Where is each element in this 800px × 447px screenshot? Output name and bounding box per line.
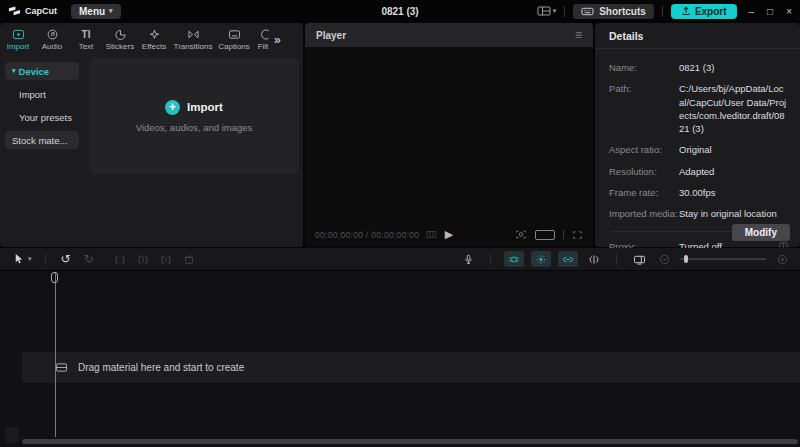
detail-value: Stay in original location (679, 207, 788, 220)
import-button[interactable]: + Import (165, 100, 223, 115)
detail-row-name: Name: 0821 (3) (609, 61, 788, 74)
app-name: CapCut (25, 6, 57, 16)
tab-audio[interactable]: Audio (35, 29, 69, 51)
capcut-window: CapCut Menu ▾ 0821 (3) ▾ Shortcuts (0, 0, 800, 447)
split-playhead-button[interactable] (585, 250, 603, 268)
undo-icon: ↺ (60, 253, 70, 265)
sidebar-item-import[interactable]: Import (5, 85, 79, 103)
menu-label: Menu (79, 6, 105, 17)
redo-button[interactable]: ↻ (80, 250, 98, 268)
player-menu-icon[interactable]: ≡ (575, 28, 582, 42)
caret-down-icon: ▾ (12, 67, 16, 75)
preview-axis-button[interactable] (630, 250, 648, 268)
tab-captions[interactable]: Captions (215, 29, 253, 51)
fullscreen-icon[interactable] (572, 230, 583, 240)
tab-text[interactable]: TI Text (69, 29, 103, 51)
track-icon (55, 362, 68, 373)
delete-button[interactable] (180, 250, 198, 268)
playhead-handle[interactable] (51, 272, 58, 283)
tab-import[interactable]: Import (1, 29, 35, 51)
minimize-button[interactable]: – (749, 6, 755, 17)
tab-label: Audio (42, 42, 62, 51)
sidebar-item-device[interactable]: ▾ Device (5, 62, 79, 80)
export-button[interactable]: Export (671, 4, 737, 19)
title-bar: CapCut Menu ▾ 0821 (3) ▾ Shortcuts (0, 0, 800, 22)
detail-label: Aspect ratio: (609, 143, 679, 156)
tab-filters[interactable]: Filt (253, 29, 273, 51)
cursor-icon (13, 253, 24, 265)
detail-value: Adapted (679, 165, 788, 178)
text-icon: TI (82, 29, 91, 40)
undo-button[interactable]: ↺ (57, 250, 75, 268)
horizontal-scrollbar[interactable] (22, 439, 798, 444)
split-icon (114, 254, 126, 265)
slider-handle[interactable] (684, 255, 688, 263)
modify-button[interactable]: Modify (732, 224, 790, 241)
detail-value: Original (679, 143, 788, 156)
detail-label: Name: (609, 61, 679, 74)
zoom-out-button[interactable] (655, 250, 673, 268)
tab-transitions[interactable]: Transitions (171, 29, 215, 51)
import-icon (12, 29, 25, 40)
filters-icon (257, 29, 270, 40)
zoom-in-button[interactable] (773, 250, 791, 268)
tab-stickers[interactable]: Stickers (103, 29, 137, 51)
main-track-magnet-toggle[interactable] (504, 251, 524, 267)
tab-label: Import (7, 42, 30, 51)
tab-label: Transitions (174, 42, 213, 51)
layout-icon (537, 5, 551, 17)
keyboard-icon (581, 6, 594, 17)
close-button[interactable]: × (786, 6, 792, 17)
player-title: Player (316, 30, 346, 41)
workspace-layout-button[interactable]: ▾ (537, 5, 557, 17)
timeline-zoom-slider[interactable] (680, 258, 766, 260)
import-dropzone[interactable]: + Import Videos, audios, and images (89, 58, 299, 174)
delete-right-button[interactable] (157, 250, 175, 268)
details-panel: Details Name: 0821 (3) Path: C:/Users/bj… (595, 23, 800, 247)
zoom-in-icon (777, 254, 788, 265)
detail-label: Imported media: (609, 207, 679, 220)
delete-right-icon (160, 254, 172, 265)
chevron-down-icon[interactable]: ▾ (28, 255, 32, 263)
tab-label: Text (79, 42, 94, 51)
redo-icon: ↻ (83, 253, 93, 265)
media-panel: Import Audio TI Text Stickers (0, 23, 303, 247)
divider (616, 254, 617, 265)
detail-value: C:/Users/bj/AppData/Local/CapCut/User Da… (679, 82, 788, 135)
select-tool-button[interactable] (9, 250, 27, 268)
tabs-overflow-button[interactable]: » (274, 33, 281, 47)
shortcuts-button[interactable]: Shortcuts (573, 4, 654, 19)
fit-to-screen-icon[interactable] (515, 229, 527, 240)
divider (564, 6, 565, 17)
player-controls: 00:00:00:00 / 00:00:00:00 ▶ (305, 222, 593, 247)
sidebar-item-label: Your presets (19, 112, 72, 123)
captions-icon (228, 29, 241, 40)
sidebar-item-stock-material[interactable]: Stock mate... (5, 131, 79, 149)
maximize-button[interactable]: □ (767, 6, 773, 17)
chevron-down-icon: ▾ (553, 7, 557, 15)
auto-snapping-toggle[interactable] (531, 251, 551, 267)
trash-icon (183, 254, 195, 265)
sidebar-item-your-presets[interactable]: Your presets (5, 108, 79, 126)
detail-row-frame-rate: Frame rate: 30.00fps (609, 186, 788, 199)
timeline-area[interactable]: Drag material here and start to create (0, 271, 800, 447)
split-button[interactable] (111, 250, 129, 268)
timeline-toolbar: ▾ ↺ ↻ (0, 248, 800, 270)
detail-row-resolution: Resolution: Adapted (609, 165, 788, 178)
linking-toggle[interactable] (558, 251, 578, 267)
slider-track[interactable] (680, 258, 766, 260)
detail-value: 0821 (3) (679, 61, 788, 74)
divider (45, 254, 46, 265)
record-voiceover-button[interactable] (459, 250, 477, 268)
delete-left-button[interactable] (134, 250, 152, 268)
import-button-label: Import (187, 101, 223, 113)
zoom-out-icon (659, 254, 670, 265)
menu-button[interactable]: Menu ▾ (71, 4, 121, 19)
media-tabbar: Import Audio TI Text Stickers (0, 23, 303, 56)
aspect-ratio-button[interactable] (535, 230, 555, 240)
effects-icon (148, 29, 161, 40)
tab-effects[interactable]: Effects (137, 29, 171, 51)
main-track-dropzone[interactable]: Drag material here and start to create (22, 352, 800, 383)
playhead-line[interactable] (55, 272, 56, 437)
detail-row-imported-media: Imported media: Stay in original locatio… (609, 207, 788, 220)
